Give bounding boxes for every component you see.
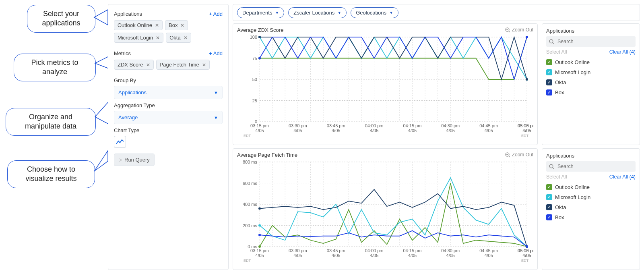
svg-point-63 (549, 39, 553, 43)
svg-text:04:15 pm: 04:15 pm (403, 123, 421, 128)
play-icon: ▷ (119, 157, 122, 162)
legend-item[interactable]: ✓Microsoft Login (546, 192, 636, 202)
legend-search-input[interactable] (557, 38, 633, 45)
metric-chip[interactable]: ZDX Score✕ (114, 60, 154, 70)
filter-pill[interactable]: Geolocations▼ (351, 7, 398, 18)
checkbox-icon[interactable]: ✓ (546, 214, 552, 220)
clear-all-button[interactable]: Clear All (4) (609, 174, 636, 180)
chevron-down-icon: ▼ (275, 10, 279, 15)
checkbox-icon[interactable]: ✓ (546, 59, 552, 65)
search-icon (549, 39, 554, 44)
legend-item[interactable]: ✓Microsoft Login (546, 67, 636, 77)
checkbox-icon[interactable]: ✓ (546, 79, 552, 85)
svg-text:4/05: 4/05 (446, 128, 455, 133)
checkbox-icon[interactable]: ✓ (546, 89, 552, 95)
legend-search[interactable] (546, 36, 636, 47)
legend-item[interactable]: ✓Box (546, 212, 636, 222)
legend-item[interactable]: ✓Okta (546, 202, 636, 212)
charttype-label: Chart Type (114, 127, 223, 133)
svg-point-62 (258, 57, 261, 60)
add-metric-button[interactable]: +Add (209, 50, 223, 56)
svg-text:4/05: 4/05 (332, 253, 340, 258)
svg-text:04:45 pm: 04:45 pm (479, 123, 498, 128)
callout-apps: Select yourapplications (27, 5, 95, 33)
chevron-down-icon: ▼ (214, 115, 218, 120)
svg-text:03:15 pm: 03:15 pm (250, 123, 269, 128)
callout-text: Choose how tovisualize results (25, 165, 76, 183)
filter-bar: Departments▼Zscaler Locations▼Geolocatio… (233, 4, 640, 21)
zdx-chart-panel: Average ZDX Score Zoom Out 025507510003:… (233, 23, 538, 145)
checkbox-icon[interactable]: ✓ (546, 69, 552, 75)
chevron-down-icon: ▼ (389, 10, 393, 15)
svg-point-59 (526, 78, 528, 81)
remove-icon[interactable]: ✕ (155, 23, 159, 28)
svg-text:600 ms: 600 ms (243, 181, 258, 186)
svg-text:05:15 pm: 05:15 pm (518, 248, 533, 253)
svg-text:04:00 pm: 04:00 pm (365, 248, 384, 253)
svg-text:03:30 pm: 03:30 pm (289, 248, 307, 253)
zdx-chart[interactable]: 025507510003:15 pm4/0503:30 pm4/0503:45 … (237, 35, 533, 141)
legend-search[interactable] (546, 161, 636, 172)
run-query-label: Run Query (124, 157, 150, 163)
clear-all-button[interactable]: Clear All (4) (609, 49, 636, 55)
chevron-down-icon: ▼ (214, 90, 218, 95)
svg-text:03:15 pm: 03:15 pm (250, 248, 269, 253)
svg-text:EDT: EDT (521, 134, 529, 138)
legend-label: Outlook Online (555, 184, 590, 190)
svg-point-60 (258, 36, 261, 38)
applications-heading: Applications (114, 11, 142, 17)
svg-text:50: 50 (252, 77, 257, 82)
remove-icon[interactable]: ✕ (184, 35, 188, 41)
select-all-button[interactable]: Select All (546, 49, 567, 55)
checkbox-icon[interactable]: ✓ (546, 184, 552, 190)
legend-title: Applications (546, 153, 636, 159)
chip-label: ZDX Score (118, 62, 143, 68)
legend-item[interactable]: ✓Outlook Online (546, 182, 636, 192)
aggregation-select[interactable]: Average ▼ (114, 111, 223, 124)
select-all-button[interactable]: Select All (546, 174, 567, 180)
svg-text:4/05: 4/05 (370, 253, 378, 258)
legend-item[interactable]: ✓Box (546, 87, 636, 98)
svg-text:EDT: EDT (244, 134, 251, 138)
remove-icon[interactable]: ✕ (180, 23, 184, 28)
metric-chip[interactable]: Page Fetch Time✕ (156, 60, 210, 70)
legend-search-input[interactable] (557, 163, 633, 170)
legend-item[interactable]: ✓Outlook Online (546, 57, 636, 67)
svg-text:4/05: 4/05 (332, 128, 340, 133)
svg-text:4/05: 4/05 (293, 253, 302, 258)
checkbox-icon[interactable]: ✓ (546, 204, 552, 210)
callout-data: Organize andmanipulate data (6, 108, 96, 136)
svg-point-128 (549, 164, 553, 168)
filter-pill[interactable]: Zscaler Locations▼ (288, 7, 347, 18)
app-chip[interactable]: Outlook Online✕ (114, 20, 163, 30)
svg-text:4/05: 4/05 (522, 253, 531, 258)
svg-text:4/05: 4/05 (484, 128, 493, 133)
pft-chart[interactable]: 0 ms200 ms400 ms600 ms800 ms03:15 pm4/05… (237, 160, 533, 266)
chip-label: Okta (169, 35, 180, 41)
line-chart-type-button[interactable] (114, 136, 126, 148)
app-chip[interactable]: Okta✕ (166, 33, 191, 43)
svg-text:05:15 pm: 05:15 pm (518, 123, 533, 128)
legend-item[interactable]: ✓Okta (546, 77, 636, 87)
zoom-out-button[interactable]: Zoom Out (505, 152, 533, 158)
add-application-button[interactable]: +Add (209, 11, 223, 17)
legend-label: Microsoft Login (555, 194, 590, 200)
svg-text:4/05: 4/05 (408, 253, 417, 258)
filter-pill[interactable]: Departments▼ (237, 7, 284, 18)
remove-icon[interactable]: ✕ (156, 35, 160, 41)
checkbox-icon[interactable]: ✓ (546, 194, 552, 200)
legend-panel-zdx: ApplicationsSelect AllClear All (4)✓Outl… (542, 23, 640, 145)
zoom-out-button[interactable]: Zoom Out (505, 27, 533, 33)
legend-title: Applications (546, 28, 636, 34)
svg-text:25: 25 (252, 98, 257, 103)
svg-text:04:30 pm: 04:30 pm (441, 248, 460, 253)
svg-text:03:45 pm: 03:45 pm (327, 123, 345, 128)
chip-label: Page Fetch Time (160, 62, 199, 68)
search-icon (549, 164, 554, 169)
app-chip[interactable]: Microsoft Login✕ (114, 33, 163, 43)
app-chip[interactable]: Box✕ (165, 20, 188, 30)
groupby-select[interactable]: Applications ▼ (114, 86, 223, 99)
remove-icon[interactable]: ✕ (202, 62, 206, 68)
remove-icon[interactable]: ✕ (146, 62, 150, 68)
run-query-button[interactable]: ▷ Run Query (114, 154, 155, 166)
